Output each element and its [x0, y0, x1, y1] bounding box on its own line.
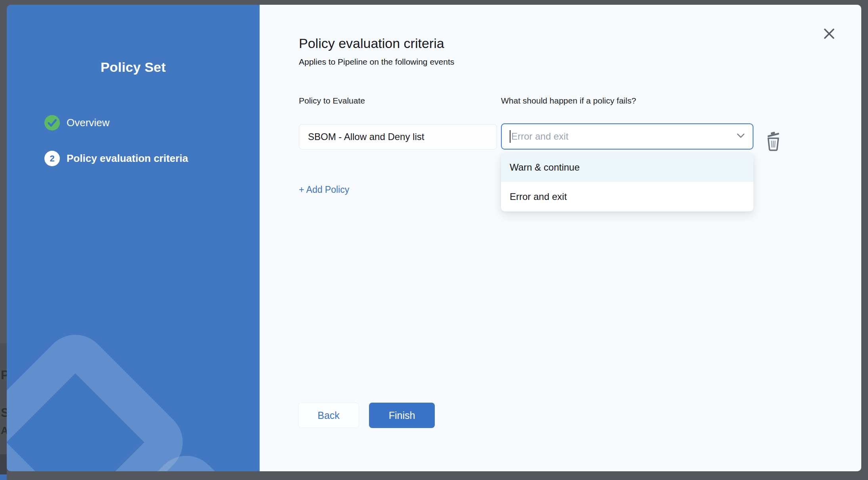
step-label: Overview	[67, 117, 109, 129]
option-label: Warn & continue	[510, 162, 580, 173]
page-title: Policy evaluation criteria	[299, 36, 444, 51]
policy-to-evaluate-value: SBOM - Allow and Deny list	[308, 131, 424, 142]
page-subtitle: Applies to Pipeline on the following eve…	[299, 57, 454, 67]
step-label: Policy evaluation criteria	[67, 152, 188, 165]
step-number-badge: 2	[44, 151, 60, 166]
step-completed-check-icon	[44, 115, 60, 131]
dropdown-option-warn-continue[interactable]: Warn & continue	[501, 153, 753, 182]
back-button[interactable]: Back	[298, 403, 359, 428]
policy-set-dialog: Policy Set Overview 2 Policy evaluation …	[7, 5, 861, 471]
background-segment	[0, 343, 7, 454]
step-overview[interactable]: Overview	[44, 115, 188, 131]
brand-watermark-icon	[7, 322, 196, 471]
policy-to-evaluate-label: Policy to Evaluate	[299, 96, 365, 106]
policy-fail-combobox[interactable]: Error and exit	[501, 123, 753, 150]
background-text-fragment: A	[1, 424, 7, 437]
dialog-content: Policy evaluation criteria Applies to Pi…	[260, 5, 861, 471]
delete-policy-row-button[interactable]	[764, 130, 783, 152]
add-policy-link[interactable]: + Add Policy	[299, 184, 349, 195]
trash-icon	[765, 131, 782, 152]
wizard-sidebar: Policy Set Overview 2 Policy evaluation …	[7, 5, 260, 471]
background-text-fragment: S	[1, 406, 7, 420]
close-icon[interactable]	[820, 25, 838, 43]
background-segment	[0, 474, 7, 480]
finish-button[interactable]: Finish	[369, 403, 435, 428]
combobox-placeholder: Error and exit	[511, 131, 568, 142]
dropdown-option-error-exit[interactable]: Error and exit	[501, 182, 753, 211]
policy-fail-dropdown-menu: Warn & continue Error and exit	[501, 153, 753, 211]
text-cursor	[510, 130, 510, 143]
policy-to-evaluate-select[interactable]: SBOM - Allow and Deny list	[299, 124, 497, 150]
background-overlay: P S A	[0, 0, 7, 480]
background-segment	[0, 454, 7, 474]
step-policy-evaluation-criteria[interactable]: 2 Policy evaluation criteria	[44, 151, 188, 166]
policy-fail-label: What should happen if a policy fails?	[501, 96, 636, 106]
dialog-actions: Back Finish	[298, 403, 435, 428]
dialog-title: Policy Set	[7, 60, 260, 75]
wizard-steps: Overview 2 Policy evaluation criteria	[44, 115, 188, 166]
chevron-down-icon[interactable]	[736, 132, 746, 140]
background-text-fragment: P	[1, 368, 7, 382]
option-label: Error and exit	[510, 191, 567, 202]
